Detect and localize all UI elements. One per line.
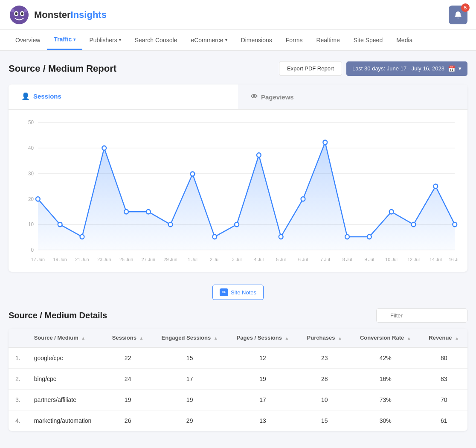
svg-point-6 — [24, 9, 27, 12]
chevron-down-icon: ▾ — [459, 65, 461, 72]
logo: MonsterInsights — [9, 4, 107, 26]
col-purchases[interactable]: Purchases ▲ — [298, 329, 351, 347]
table-row: 1. google/cpc 22 15 12 23 42% 80 — [9, 347, 467, 369]
row-index: 4. — [9, 410, 27, 431]
table-row: 3. partners/affiliate 19 19 17 10 73% 70 — [9, 390, 467, 410]
cell-source: google/cpc — [27, 347, 104, 369]
logo-insights: Insights — [71, 9, 107, 20]
date-range-label: Last 30 days: June 17 - July 16, 2023 — [352, 65, 444, 72]
cell-engaged: 17 — [152, 369, 227, 390]
sort-icon: ▲ — [338, 336, 342, 340]
nav-realtime[interactable]: Realtime — [309, 31, 346, 49]
cell-pages: 13 — [227, 410, 298, 431]
col-pages[interactable]: Pages / Sessions ▲ — [227, 329, 298, 347]
header-actions: Export PDF Report Last 30 days: June 17 … — [279, 61, 467, 76]
logo-icon — [9, 4, 30, 26]
svg-text:25 Jun: 25 Jun — [119, 256, 133, 262]
svg-text:19 Jun: 19 Jun — [53, 256, 67, 262]
chart-tabs: 👤 Sessions 👁 Pageviews — [9, 84, 467, 110]
chart-card: 👤 Sessions 👁 Pageviews 50 40 30 20 — [9, 84, 467, 272]
chevron-down-icon: ▾ — [225, 38, 227, 42]
nav-search-console[interactable]: Search Console — [128, 31, 184, 49]
date-range-button[interactable]: Last 30 days: June 17 - July 16, 2023 📅 … — [346, 61, 467, 76]
col-source-medium[interactable]: Source / Medium ▲ — [27, 329, 104, 347]
details-title: Source / Medium Details — [9, 311, 107, 320]
svg-point-31 — [301, 197, 305, 201]
navigation: Overview Traffic ▾ Publishers ▾ Search C… — [0, 30, 476, 51]
nav-publishers[interactable]: Publishers ▾ — [82, 31, 128, 49]
svg-text:20: 20 — [28, 196, 34, 202]
svg-point-34 — [367, 235, 372, 239]
col-conversion[interactable]: Conversion Rate ▲ — [351, 329, 420, 347]
svg-text:14 Jul: 14 Jul — [430, 256, 442, 262]
cell-purchases: 15 — [298, 410, 351, 431]
col-revenue[interactable]: Revenue ▲ — [420, 329, 467, 347]
cell-source: bing/cpc — [27, 369, 104, 390]
nav-site-speed[interactable]: Site Speed — [347, 31, 390, 49]
svg-text:50: 50 — [28, 119, 34, 125]
site-notes-button[interactable]: ✏ Site Notes — [212, 285, 264, 300]
col-idx — [9, 329, 27, 347]
page-header: Source / Medium Report Export PDF Report… — [9, 61, 467, 76]
cell-sessions: 26 — [104, 410, 152, 431]
cell-purchases: 23 — [298, 347, 351, 369]
nav-ecommerce[interactable]: eCommerce ▾ — [184, 31, 234, 49]
tab-pageviews-label: Pageviews — [261, 93, 294, 101]
svg-text:23 Jun: 23 Jun — [97, 256, 111, 262]
logo-monster: Monster — [34, 9, 71, 20]
cell-sessions: 22 — [104, 347, 152, 369]
svg-text:10: 10 — [28, 221, 34, 227]
person-icon: 👤 — [21, 92, 30, 100]
calendar-icon: 📅 — [448, 65, 455, 72]
table-header-row: Source / Medium ▲ Sessions ▲ Engaged Ses… — [9, 329, 467, 347]
nav-media[interactable]: Media — [389, 31, 419, 49]
svg-text:2 Jul: 2 Jul — [210, 256, 220, 262]
svg-point-21 — [80, 235, 84, 239]
nav-dimensions[interactable]: Dimensions — [234, 31, 279, 49]
cell-engaged: 29 — [152, 410, 227, 431]
data-table: Source / Medium ▲ Sessions ▲ Engaged Ses… — [9, 329, 467, 431]
cell-engaged: 15 — [152, 347, 227, 369]
svg-point-38 — [453, 222, 457, 227]
col-engaged[interactable]: Engaged Sessions ▲ — [152, 329, 227, 347]
nav-traffic[interactable]: Traffic ▾ — [47, 30, 82, 50]
svg-text:16 Jul: 16 Jul — [449, 256, 459, 262]
tab-pageviews[interactable]: 👁 Pageviews — [238, 84, 467, 109]
col-sessions[interactable]: Sessions ▲ — [104, 329, 152, 347]
cell-conversion: 30% — [351, 410, 420, 431]
svg-point-32 — [323, 140, 327, 144]
cell-conversion: 73% — [351, 390, 420, 410]
chart-area: 50 40 30 20 10 0 — [9, 110, 467, 272]
svg-point-27 — [212, 235, 217, 239]
svg-text:1 Jul: 1 Jul — [188, 256, 197, 262]
nav-overview[interactable]: Overview — [9, 31, 47, 49]
nav-forms[interactable]: Forms — [279, 31, 310, 49]
svg-point-5 — [11, 9, 15, 12]
cell-source: marketing/automation — [27, 410, 104, 431]
svg-point-23 — [124, 209, 128, 214]
svg-text:30: 30 — [28, 171, 34, 177]
svg-text:27 Jun: 27 Jun — [142, 256, 155, 262]
sort-icon: ▲ — [455, 336, 459, 340]
sort-icon: ▲ — [214, 336, 218, 340]
cell-pages: 19 — [227, 369, 298, 390]
cell-sessions: 19 — [104, 390, 152, 410]
cell-purchases: 28 — [298, 369, 351, 390]
row-index: 3. — [9, 390, 27, 410]
eye-icon: 👁 — [251, 93, 258, 101]
export-pdf-button[interactable]: Export PDF Report — [279, 61, 342, 76]
svg-point-36 — [412, 222, 416, 227]
tab-sessions[interactable]: 👤 Sessions — [9, 84, 238, 109]
svg-point-28 — [235, 222, 239, 227]
pencil-icon: ✏ — [220, 288, 228, 296]
filter-input[interactable] — [376, 308, 467, 323]
sort-icon: ▲ — [139, 336, 144, 340]
svg-text:10 Jul: 10 Jul — [385, 256, 398, 262]
table-card: Source / Medium ▲ Sessions ▲ Engaged Ses… — [9, 329, 467, 431]
svg-point-33 — [345, 235, 349, 239]
svg-point-19 — [36, 197, 40, 201]
cell-conversion: 16% — [351, 369, 420, 390]
svg-point-29 — [257, 153, 261, 157]
svg-text:9 Jul: 9 Jul — [365, 256, 374, 262]
svg-text:40: 40 — [28, 145, 34, 151]
